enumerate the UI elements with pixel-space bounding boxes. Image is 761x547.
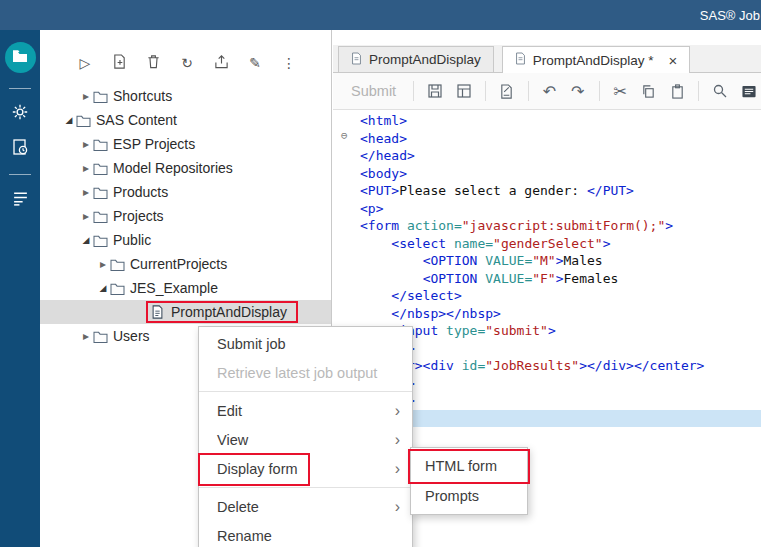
tree-item-label: Users: [113, 328, 150, 344]
tree-item-label: Projects: [113, 208, 164, 224]
tree-item-projects[interactable]: ▸ Projects: [40, 204, 331, 228]
app-title: SAS® Job: [700, 8, 760, 23]
submenu-arrow-icon: ›: [395, 432, 400, 448]
edit-button[interactable]: ✎: [246, 54, 264, 72]
save-button[interactable]: [427, 82, 443, 101]
code-line[interactable]: <OPTION VALUE="M">Males: [333, 252, 761, 270]
code-line[interactable]: <head>: [333, 130, 761, 148]
close-tab-icon[interactable]: ×: [669, 53, 678, 68]
tree-item-label: JES_Example: [130, 280, 218, 296]
delete-button[interactable]: [144, 54, 162, 72]
tab-promptanddisplay-modified[interactable]: PromptAndDisplay * ×: [502, 46, 691, 73]
code-line[interactable]: </nbsp></nbsp>: [333, 305, 761, 323]
app-window: SAS® Job ▷: [0, 0, 761, 547]
refresh-button[interactable]: ↻: [178, 54, 196, 72]
undo-button[interactable]: ↶: [542, 82, 557, 101]
tab-label: PromptAndDisplay *: [533, 53, 654, 68]
job-log-button[interactable]: [10, 190, 30, 210]
menu-divider: [199, 487, 412, 488]
tree-item-label: PromptAndDisplay: [171, 304, 287, 320]
workspace-button[interactable]: [5, 42, 36, 73]
cut-icon: ✂: [614, 82, 627, 101]
folder-icon: [93, 210, 108, 223]
run-button[interactable]: ▷: [76, 54, 94, 72]
new-program-button[interactable]: [499, 82, 514, 101]
tree-item-esp-projects[interactable]: ▸ ESP Projects: [40, 132, 331, 156]
redo-button[interactable]: ↷: [570, 82, 585, 101]
play-icon: ▷: [80, 55, 91, 71]
rail-divider: [9, 174, 31, 175]
chevron-right-icon[interactable]: ▸: [79, 185, 93, 199]
chevron-right-icon[interactable]: ▸: [79, 137, 93, 151]
settings-button[interactable]: [10, 104, 30, 124]
tree-item-shortcuts[interactable]: ▸ Shortcuts: [40, 84, 331, 108]
chevron-right-icon[interactable]: ▸: [79, 329, 93, 343]
pencil-icon: ✎: [249, 55, 261, 71]
tree-item-sas-content[interactable]: ◢ SAS Content: [40, 108, 331, 132]
document-icon: [515, 52, 526, 68]
menu-item-edit[interactable]: Edit ›: [199, 396, 412, 425]
menu-item-label: Delete: [217, 499, 259, 515]
chevron-right-icon[interactable]: ▸: [79, 161, 93, 175]
code-line[interactable]: <OPTION VALUE="F">Females: [333, 270, 761, 288]
chevron-right-icon[interactable]: ▸: [96, 257, 110, 271]
submit-button[interactable]: Submit: [351, 83, 396, 99]
code-line[interactable]: <select name="genderSelect">: [333, 235, 761, 253]
tree-item-label: Model Repositories: [113, 160, 233, 176]
code-line[interactable]: </select>: [333, 287, 761, 305]
tree-item-currentprojects[interactable]: ▸ CurrentProjects: [40, 252, 331, 276]
menu-item-label: Edit: [217, 403, 242, 419]
code-line[interactable]: <p>: [333, 200, 761, 218]
save-as-button[interactable]: [456, 82, 472, 101]
toolbar-separator: [698, 81, 699, 101]
chevron-expanded-icon[interactable]: ◢: [79, 235, 93, 245]
chevron-right-icon[interactable]: ▸: [79, 209, 93, 223]
redo-icon: ↷: [571, 82, 584, 101]
editor-options-button[interactable]: [741, 82, 757, 101]
tree-item-model-repositories[interactable]: ▸ Model Repositories: [40, 156, 331, 180]
find-replace-button[interactable]: [712, 82, 728, 101]
menu-item-view[interactable]: View ›: [199, 425, 412, 454]
more-options-button[interactable]: ⋮: [280, 54, 298, 72]
tree-item-promptanddisplay[interactable]: PromptAndDisplay: [40, 300, 331, 324]
export-button[interactable]: [212, 54, 230, 72]
chevron-expanded-icon[interactable]: ◢: [96, 283, 110, 293]
menu-item-delete[interactable]: Delete ›: [199, 492, 412, 521]
folder-icon: [93, 162, 108, 175]
folder-icon: [93, 90, 108, 103]
tree-item-products[interactable]: ▸ Products: [40, 180, 331, 204]
tree-item-jes-example[interactable]: ◢ JES_Example: [40, 276, 331, 300]
new-item-button[interactable]: [110, 54, 128, 72]
app-header: SAS® Job: [0, 0, 761, 30]
export-icon: [214, 54, 229, 72]
tree-item-public[interactable]: ◢ Public: [40, 228, 331, 252]
cut-button[interactable]: ✂: [613, 82, 628, 101]
tree-item-label: ESP Projects: [113, 136, 195, 152]
submenu-arrow-icon: ›: [395, 461, 400, 477]
code-line[interactable]: <html>: [333, 112, 761, 130]
code-line[interactable]: </head>: [333, 147, 761, 165]
display-form-submenu: HTML form Prompts: [410, 447, 528, 515]
fold-icon[interactable]: ⊖: [341, 130, 348, 141]
code-line[interactable]: <PUT>Please select a gender: </PUT>: [333, 182, 761, 200]
menu-item-submit-job[interactable]: Submit job: [199, 329, 412, 358]
submenu-arrow-icon: ›: [395, 499, 400, 515]
tree-item-label: CurrentProjects: [130, 256, 227, 272]
tree-item-label: Shortcuts: [113, 88, 172, 104]
chevron-expanded-icon[interactable]: ◢: [62, 115, 76, 125]
paste-button[interactable]: [669, 82, 684, 101]
kebab-icon: ⋮: [282, 55, 296, 71]
submenu-item-html-form[interactable]: HTML form: [411, 451, 527, 481]
copy-button[interactable]: [641, 82, 656, 101]
folder-icon: [93, 138, 108, 151]
refresh-icon: ↻: [181, 55, 193, 71]
chevron-right-icon[interactable]: ▸: [79, 89, 93, 103]
menu-item-rename[interactable]: Rename: [199, 521, 412, 547]
tab-promptanddisplay[interactable]: PromptAndDisplay: [338, 46, 494, 72]
menu-item-label: Display form: [217, 461, 298, 477]
menu-item-display-form[interactable]: Display form ›: [199, 454, 412, 483]
code-line[interactable]: <body>: [333, 165, 761, 183]
scheduled-jobs-button[interactable]: [10, 139, 30, 159]
code-line[interactable]: <form action="javascript:submitForm();">: [333, 217, 761, 235]
folder-icon: [93, 330, 108, 343]
